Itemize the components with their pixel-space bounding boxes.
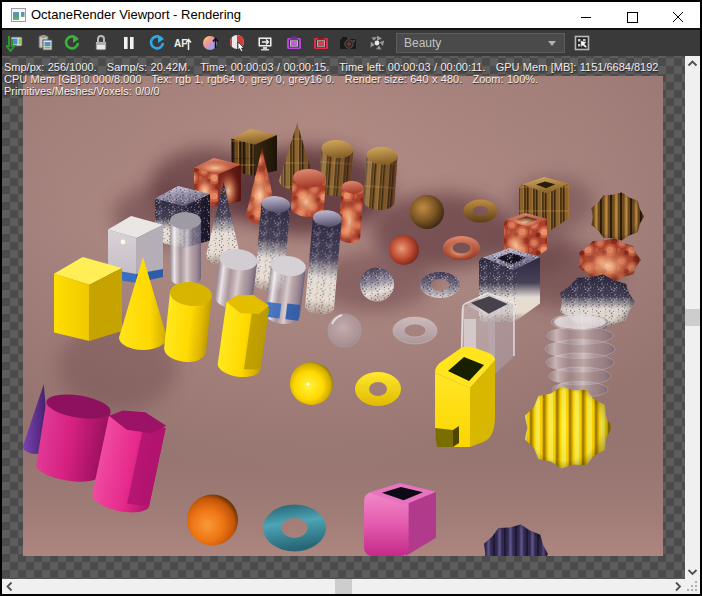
svg-text:AF: AF (174, 38, 187, 49)
